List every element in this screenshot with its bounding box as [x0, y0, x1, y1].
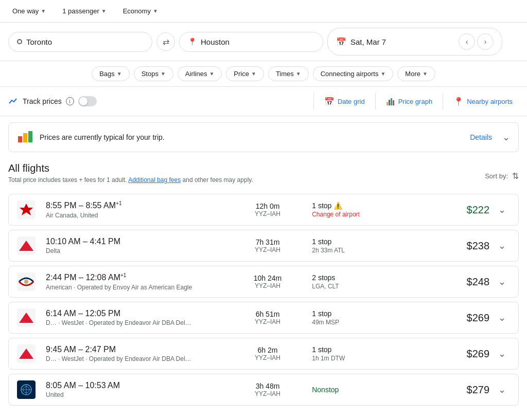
airline-logo [17, 200, 36, 219]
route-text: YYZ–IAH [223, 318, 312, 325]
sort-label: Sort by: [485, 172, 508, 180]
trip-type-label: One way [12, 7, 39, 15]
price-text: $248 [401, 276, 489, 288]
date-grid-button[interactable]: 📅 Date grid [318, 94, 371, 109]
flight-row[interactable]: 2:44 PM – 12:08 AM+1 American · Operated… [8, 266, 519, 298]
flight-price: $269 [401, 312, 489, 324]
stops-text: 1 stop [312, 309, 400, 318]
price-graph-icon [386, 97, 395, 106]
flight-row[interactable]: 9:45 AM – 2:47 PM D… · WestJet · Operate… [8, 338, 519, 370]
sort-button[interactable]: ⇅ [512, 171, 519, 181]
route-text: YYZ–IAH [223, 246, 312, 253]
bags-label: Bags [99, 70, 115, 78]
flight-duration: 6h 51m YYZ–IAH [223, 310, 312, 325]
sort-section: Sort by: ⇅ [485, 171, 519, 181]
route-text: YYZ–IAH [223, 390, 312, 397]
filter-bar: Bags ▼ Stops ▼ Airlines ▼ Price ▼ Times … [0, 61, 527, 87]
flight-times: 10:10 AM – 4:41 PM Delta [46, 237, 223, 254]
class-chevron: ▼ [153, 8, 158, 14]
additional-fees-link[interactable]: Additional bag fees [128, 176, 181, 184]
track-prices-toggle[interactable] [78, 96, 97, 106]
flight-duration: 3h 48m YYZ–IAH [223, 382, 312, 397]
date-grid-label: Date grid [338, 98, 365, 105]
price-text: $269 [401, 312, 489, 324]
bags-chevron: ▼ [117, 71, 122, 77]
connecting-chevron: ▼ [380, 71, 385, 77]
flight-row[interactable]: 8:55 PM – 8:55 AM+1 Air Canada, United 1… [8, 194, 519, 226]
expand-button[interactable]: ⌄ [494, 238, 510, 254]
expand-button[interactable]: ⌄ [494, 273, 510, 290]
airline-name: Delta [46, 247, 223, 254]
date-field[interactable]: 📅 Sat, Mar 7 ‹ › [327, 28, 502, 56]
airline-name: American · Operated by Envoy Air as Amer… [46, 284, 223, 291]
origin-field[interactable]: Toronto [8, 32, 152, 52]
class-selector[interactable]: Economy ▼ [119, 5, 162, 17]
flight-price: $279 [401, 384, 489, 396]
svg-rect-6 [28, 131, 32, 142]
price-graph-button[interactable]: Price graph [380, 94, 438, 109]
flight-row[interactable]: 8:05 AM – 10:53 AM United 3h 48m YYZ–IAH… [8, 374, 519, 406]
passenger-selector[interactable]: 1 passenger ▼ [58, 5, 110, 17]
trip-type-selector[interactable]: One way ▼ [8, 5, 50, 17]
destination-field[interactable]: 📍 Houston [179, 32, 323, 52]
price-text: $279 [401, 384, 489, 396]
airline-logo [17, 272, 36, 291]
connecting-airports-filter[interactable]: Connecting airports ▼ [313, 66, 394, 81]
more-label: More [405, 70, 420, 78]
stops-filter[interactable]: Stops ▼ [134, 66, 173, 81]
flight-times: 9:45 AM – 2:47 PM D… · WestJet · Operate… [46, 345, 223, 362]
flight-row[interactable]: 6:14 AM – 12:05 PM D… · WestJet · Operat… [8, 302, 519, 334]
airlines-filter[interactable]: Airlines ▼ [178, 66, 222, 81]
stops-detail: Change of airport [312, 211, 400, 218]
duration-text: 10h 24m [223, 274, 312, 282]
tool-divider-2 [375, 93, 376, 109]
time-range: 9:45 AM – 2:47 PM [46, 345, 223, 354]
details-button[interactable]: Details [470, 133, 492, 141]
price-filter[interactable]: Price ▼ [226, 66, 264, 81]
flight-times: 2:44 PM – 12:08 AM+1 American · Operated… [46, 272, 223, 290]
price-text: $238 [401, 240, 489, 252]
track-prices-info[interactable]: i [66, 97, 74, 105]
airlines-label: Airlines [185, 70, 207, 78]
more-filter[interactable]: More ▼ [397, 66, 435, 81]
next-date-button[interactable]: › [477, 33, 494, 50]
time-range: 6:14 AM – 12:05 PM [46, 309, 223, 318]
svg-rect-0 [387, 102, 388, 105]
bags-filter[interactable]: Bags ▼ [92, 66, 130, 81]
duration-text: 6h 2m [223, 346, 312, 354]
track-prices-section: Track prices i [8, 96, 97, 106]
flight-duration: 7h 31m YYZ–IAH [223, 238, 312, 253]
svg-point-12 [24, 280, 28, 284]
flight-duration: 6h 2m YYZ–IAH [223, 346, 312, 361]
flight-stops: 1 stop ⚠️ Change of airport [312, 202, 400, 218]
expand-button[interactable]: ⌄ [494, 381, 510, 398]
origin-value: Toronto [26, 38, 52, 46]
nearby-airports-label: Nearby airports [467, 98, 513, 105]
price-chevron: ▼ [251, 71, 256, 77]
svg-rect-4 [18, 136, 22, 142]
time-range: 2:44 PM – 12:08 AM+1 [46, 272, 223, 282]
flights-section: All flights Total price includes taxes +… [0, 158, 527, 414]
route-text: YYZ–IAH [223, 210, 312, 217]
stops-detail: 1h 1m DTW [312, 355, 400, 362]
stops-text: 2 stops [312, 273, 400, 282]
nearby-airports-button[interactable]: 📍 Nearby airports [447, 94, 519, 109]
times-label: Times [276, 70, 294, 78]
flights-list: 8:55 PM – 8:55 AM+1 Air Canada, United 1… [8, 194, 519, 406]
swap-button[interactable]: ⇄ [156, 32, 175, 51]
expand-button[interactable]: ⌄ [494, 345, 510, 362]
flight-row[interactable]: 10:10 AM – 4:41 PM Delta 7h 31m YYZ–IAH … [8, 230, 519, 262]
calendar-icon: 📅 [336, 37, 346, 47]
class-label: Economy [123, 7, 151, 15]
track-prices-icon [8, 96, 19, 106]
airlines-chevron: ▼ [209, 71, 214, 77]
expand-button[interactable]: ⌄ [494, 309, 510, 326]
airline-name: D… · WestJet · Operated by Endeavor Air … [46, 319, 223, 326]
price-notice-expand[interactable]: ⌄ [502, 132, 510, 143]
flight-stops: Nonstop [312, 386, 400, 394]
prev-date-button[interactable]: ‹ [459, 33, 475, 50]
times-filter[interactable]: Times ▼ [268, 66, 309, 81]
stops-text: 1 stop [312, 345, 400, 354]
expand-button[interactable]: ⌄ [494, 202, 510, 218]
price-label: Price [234, 70, 249, 78]
